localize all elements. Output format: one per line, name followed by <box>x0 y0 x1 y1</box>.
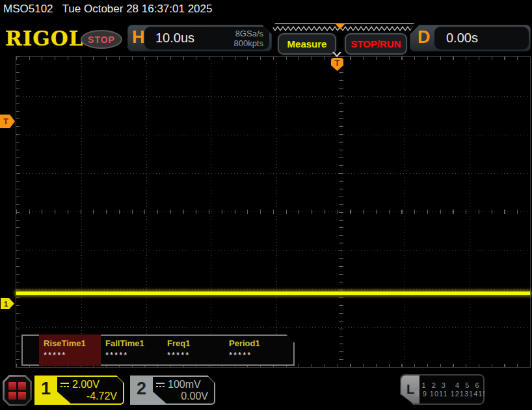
channel2-status-panel[interactable]: 2 100mV 0.00V <box>130 376 215 405</box>
channel1-ground-marker[interactable]: 1 <box>1 298 14 309</box>
measurement-period1[interactable]: Period1 ***** <box>224 335 286 366</box>
measurement-freq1[interactable]: Freq1 ***** <box>163 335 224 366</box>
trigger-level-marker[interactable]: T <box>0 115 15 128</box>
horizontal-settings-panel[interactable]: H 10.0us 8GSa/s 800kpts <box>127 25 272 51</box>
dc-coupling-icon <box>155 382 165 388</box>
grid-line <box>16 250 530 251</box>
timebase-value: 10.0us <box>144 31 233 46</box>
channel1-number: 1 <box>34 379 57 399</box>
grid-line <box>16 173 530 174</box>
channel2-corner-notch <box>207 376 215 384</box>
grid-line <box>16 135 530 135</box>
delay-settings-panel[interactable]: D 0.00s <box>410 25 531 51</box>
waveform-graticule <box>16 56 531 368</box>
grid-line <box>16 289 530 290</box>
overview-trigger-position-icon <box>336 24 345 29</box>
stop-run-button[interactable]: STOP/RUN <box>345 33 407 55</box>
channel1-waveform-trace <box>16 292 530 295</box>
channel2-offset: 0.00V <box>181 390 208 402</box>
channel1-corner-notch <box>116 376 124 384</box>
acquisition-status-badge[interactable]: STOP <box>81 30 122 49</box>
delay-value: 0.00s <box>434 31 478 46</box>
logic-channels-panel[interactable]: L 0 1 2 3 4 5 6 7 8 9 1011 12131415 <box>400 374 485 405</box>
logic-channel-list: 0 1 2 3 4 5 6 7 8 9 1011 12131415 <box>419 376 483 403</box>
channel2-number: 2 <box>130 379 153 399</box>
waveform-overview-strip[interactable] <box>270 23 414 33</box>
dc-coupling-icon <box>60 382 70 388</box>
acquisition-rates: 8GSa/s 800kpts <box>233 29 269 48</box>
delay-display: 0.00s <box>434 27 529 49</box>
horizontal-label: H <box>132 27 145 48</box>
timebase-display: 10.0us 8GSa/s 800kpts <box>144 27 269 49</box>
datetime: Tue October 28 16:37:01 2025 <box>62 3 213 15</box>
sample-rate: 8GSa/s <box>235 29 263 38</box>
channel1-scale: 2.00V <box>72 379 100 390</box>
measurement-panel: RiseTime1 ***** FallTime1 ***** Freq1 **… <box>21 335 295 366</box>
channel1-status-panel[interactable]: 1 2.00V -4.72V <box>34 376 124 405</box>
measure-button[interactable]: Measure <box>278 33 336 55</box>
memory-depth: 800kpts <box>233 38 263 48</box>
trigger-position-outline-inner <box>334 52 339 55</box>
rigol-logo: RIGOL <box>5 27 84 50</box>
model-name: MSO5102 <box>3 3 53 15</box>
oscilloscope-screen: MSO5102Tue October 28 16:37:01 2025 RIGO… <box>0 0 532 410</box>
measurement-risetime1[interactable]: RiseTime1 ***** <box>39 335 101 366</box>
top-ticks <box>16 57 530 60</box>
menu-grid-icon <box>5 377 30 404</box>
grid-line <box>16 327 530 328</box>
channel2-scale: 100mV <box>168 379 201 390</box>
channel1-offset: -4.72V <box>86 390 117 402</box>
delay-label: D <box>418 27 431 48</box>
grid-line <box>16 212 530 212</box>
titlebar: MSO5102Tue October 28 16:37:01 2025 <box>3 3 212 16</box>
menu-button[interactable] <box>3 375 32 406</box>
grid-line <box>16 96 530 97</box>
measurement-falltime1[interactable]: FallTime1 ***** <box>101 335 163 366</box>
